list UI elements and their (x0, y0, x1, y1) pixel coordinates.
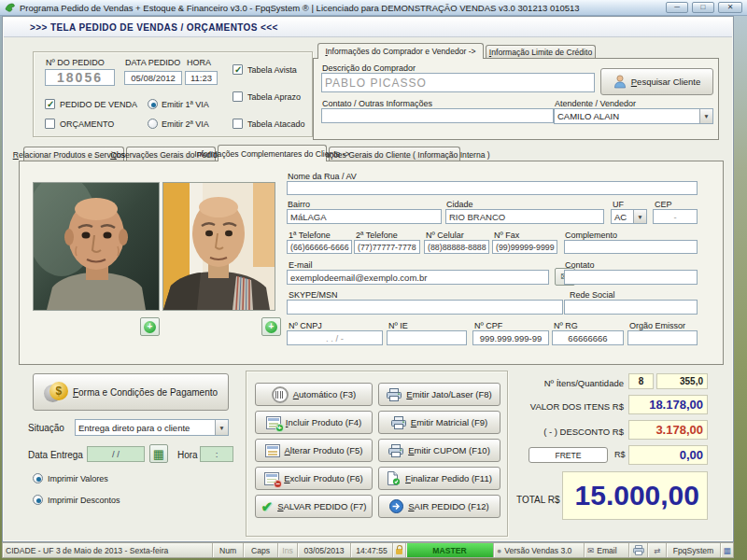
print-matrix-button[interactable]: Emitir Matricial (F9) (378, 411, 500, 434)
status-printer-segment[interactable] (629, 543, 648, 557)
check-icon: ✔ (261, 498, 274, 515)
wholesale-table-label: Tabela Atacado (247, 119, 305, 129)
version-icon: ● (497, 546, 501, 555)
plus-icon: + (144, 321, 156, 333)
email-field[interactable]: exemplodeemail@exemplo.com.br (287, 270, 549, 285)
automatic-button[interactable]: Automático (F3) (255, 383, 373, 406)
edit-product-button[interactable]: Alterar Produto (F5) (255, 439, 373, 462)
freight-field: 0,00 (628, 445, 708, 465)
issuer-label: Orgão Emissor (629, 321, 685, 330)
social-field[interactable] (564, 300, 698, 315)
minimize-button[interactable]: ─ (666, 2, 688, 13)
table-delete-icon: − (264, 472, 279, 485)
city-field[interactable]: RIO BRANCO (445, 209, 604, 224)
cash-table-label: Tabela Avista (247, 65, 297, 75)
wholesale-table-checkbox[interactable]: ✓ (233, 119, 243, 129)
order-date-field[interactable]: 05/08/2012 (124, 71, 182, 85)
quote-checkbox[interactable]: ✓ (45, 119, 55, 129)
search-client-button[interactable]: Pesquisar Cliente (600, 68, 713, 95)
district-field[interactable]: MáLAGA (287, 209, 442, 224)
close-button[interactable]: ✕ (718, 2, 742, 13)
printer-icon (388, 444, 403, 457)
contact-label: Contato (565, 260, 595, 270)
contact-field[interactable] (564, 270, 698, 285)
phone2-label: 2ª Telefone (356, 231, 398, 240)
chevron-down-icon[interactable]: ▼ (633, 210, 646, 223)
document-check-icon (387, 471, 401, 485)
print-values-radio[interactable] (33, 473, 43, 483)
payment-terms-button[interactable]: $ Forma e Condições de Pagamento (33, 373, 229, 411)
status-email[interactable]: ✉Email (585, 543, 629, 557)
buyer-description-field[interactable]: PABLO PICASSO (321, 73, 595, 92)
tab-credit-limit-info[interactable]: Informação Limite de Crédito (486, 45, 596, 59)
fax-field[interactable]: (99)99999-9999 (492, 240, 557, 254)
finalize-order-button[interactable]: Finalizar Pedido (F11) (378, 467, 500, 490)
mobile-label: Nº Celular (426, 231, 464, 240)
tab-buyer-seller-info[interactable]: Informações do Comprador e Vendedor -> (317, 43, 484, 59)
window-edge (734, 0, 747, 560)
grid-icon: ▦ (723, 546, 730, 555)
complement-field[interactable] (564, 240, 698, 254)
emit-first-copy-radio[interactable] (148, 99, 158, 109)
buyer-contact-field[interactable] (321, 108, 554, 123)
status-dropdown[interactable]: Entrega direto para o cliente▼ (75, 419, 229, 436)
delete-product-button[interactable]: −Excluir Produto (F6) (255, 467, 373, 490)
total-field: 15.000,00 (562, 471, 708, 520)
tab-client-complementary-info[interactable]: Informações Complementares do Cliente -> (218, 145, 327, 161)
order-number-field[interactable]: 18056 (45, 69, 115, 86)
chevron-down-icon[interactable]: ▼ (215, 420, 228, 435)
maximize-button[interactable]: □ (692, 2, 714, 13)
status-lock-segment (393, 543, 406, 557)
delivery-time-field[interactable]: : (200, 446, 233, 462)
items-count-field: 8 (628, 373, 654, 389)
tab-products-services[interactable]: Relacionar Produtos e Serviços -> (23, 147, 124, 161)
barcode-icon (272, 386, 289, 403)
issuer-field[interactable] (627, 330, 698, 345)
chevron-down-icon[interactable]: ▼ (699, 109, 712, 123)
cnpj-field[interactable]: . . / - (287, 330, 383, 345)
print-inkjet-button[interactable]: Emitir Jato/Laser (F8) (378, 383, 500, 406)
cash-table-checkbox[interactable]: ✓ (233, 64, 243, 75)
connection-icon: ⇄ (654, 546, 660, 555)
status-user: MASTER (406, 543, 494, 557)
buyer-panel: Descrição do Comprador PABLO PICASSO Pes… (313, 58, 719, 140)
ie-field[interactable] (387, 330, 467, 345)
street-field[interactable] (287, 181, 698, 195)
print-discounts-radio[interactable] (33, 495, 43, 505)
exit-order-button[interactable]: SAIR PEDIDO (F12) (378, 495, 500, 518)
mobile-field[interactable]: (88)88888-8888 (424, 240, 489, 254)
order-time-field[interactable]: 11:23 (185, 71, 218, 85)
print-coupon-button[interactable]: Emitir CUPOM (F10) (378, 439, 500, 462)
term-table-checkbox[interactable]: ✓ (233, 91, 243, 102)
rg-field[interactable]: 66666666 (552, 330, 624, 345)
zip-field[interactable]: - (653, 209, 698, 224)
status-label: Situação (28, 423, 64, 433)
app-logo-bird-icon (5, 2, 16, 13)
calendar-button[interactable]: ▦ (149, 444, 168, 463)
add-photo-2-button[interactable]: + (261, 317, 281, 336)
salesperson-dropdown[interactable]: CAMILO ALAIN▼ (554, 108, 713, 124)
phone1-field[interactable]: (66)66666-6666 (287, 240, 352, 254)
add-product-button[interactable]: +Incluir Produto (F4) (255, 411, 373, 434)
zip-label: CEP (655, 200, 672, 209)
sale-order-checkbox[interactable]: ✓ (45, 99, 55, 109)
add-photo-1-button[interactable]: + (140, 317, 160, 336)
status-ins: Ins (278, 543, 298, 557)
skype-field[interactable] (287, 300, 563, 315)
cpf-field[interactable]: 999.999.999-99 (472, 330, 549, 345)
state-dropdown[interactable]: AC▼ (611, 209, 647, 224)
plus-icon: + (265, 321, 277, 333)
portrait-photo (34, 183, 159, 310)
save-order-button[interactable]: ✔SALVAR PEDIDO (F7) (255, 495, 373, 518)
phone2-field[interactable]: (77)77777-7778 (354, 240, 420, 254)
discount-label: ( - ) DESCONTO R$ (495, 427, 624, 437)
skype-label: SKYPE/MSN (289, 290, 338, 300)
emit-second-copy-radio[interactable] (148, 119, 158, 129)
freight-button[interactable]: FRETE (529, 447, 608, 463)
quote-label: ORÇAMENTO (60, 119, 114, 129)
page-title: >>> TELA PEDIDO DE VENDAS / ORÇAMENTOS <… (4, 22, 278, 33)
status-version: ●Versão Vendas 3.0 (494, 543, 585, 557)
status-connection-segment[interactable]: ⇄ (648, 543, 667, 557)
delivery-date-field[interactable]: / / (87, 446, 145, 462)
items-qty-label: Nº Ítens/Quantidade (509, 378, 624, 388)
